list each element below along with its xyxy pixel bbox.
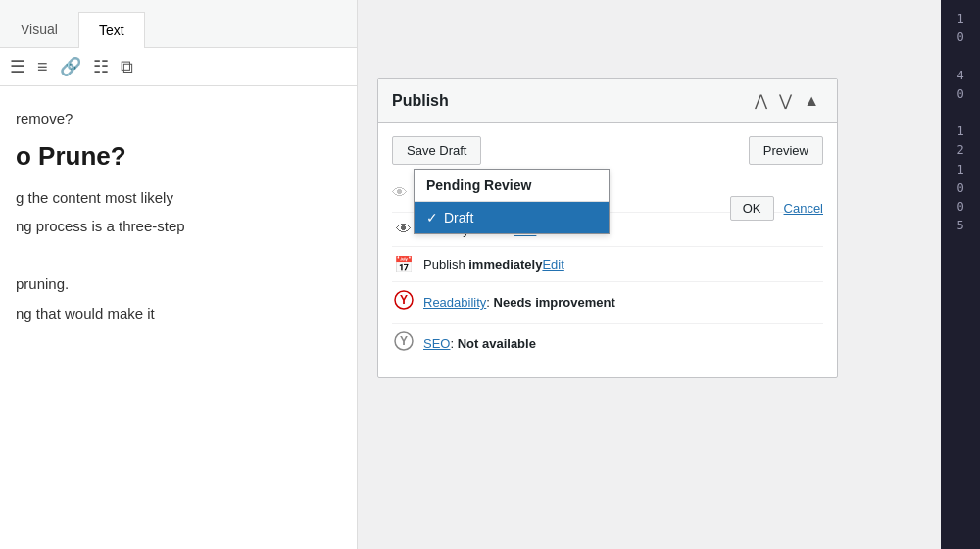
- publish-body: Save Draft Preview 👁 Status: Draft: [378, 123, 837, 377]
- readability-row: Y Readability: Needs improvement: [392, 281, 823, 323]
- editor-toolbar: ☰ ≡ 🔗 ☷ ⧉: [0, 48, 357, 86]
- dropdown-menu: Pending Review ✓ Draft: [414, 169, 610, 234]
- svg-text:Y: Y: [400, 334, 408, 348]
- content-heading: o Prune?: [16, 141, 341, 172]
- dropdown-item-draft[interactable]: ✓ Draft: [415, 202, 609, 233]
- publish-panel: Publish ⋀ ⋁ ▲ Save Draft Preview 👁: [377, 78, 838, 378]
- line-numbers: 1 0 4 0 1 2 1 0 0 5: [941, 8, 980, 237]
- publish-actions: Save Draft Preview: [392, 136, 823, 165]
- readability-icon: Y: [392, 290, 416, 315]
- seo-link[interactable]: SEO: [423, 336, 450, 351]
- dropdown-item-label: Pending Review: [426, 177, 531, 193]
- publish-area: Publish ⋀ ⋁ ▲ Save Draft Preview 👁: [358, 0, 941, 549]
- line-num-4: 4: [956, 67, 963, 85]
- publish-time-row: 📅 Publish immediately Edit: [392, 246, 823, 281]
- svg-text:Y: Y: [400, 293, 408, 307]
- cancel-button[interactable]: Cancel: [784, 201, 823, 216]
- status-icon: 👁: [392, 184, 408, 202]
- line-num-8: 2: [956, 141, 963, 160]
- line-num-7: 1: [956, 123, 963, 141]
- readability-link[interactable]: Readability: [423, 295, 486, 310]
- editor-tabs: Visual Text: [0, 0, 357, 48]
- dropdown-item-pending-review[interactable]: Pending Review: [415, 170, 609, 202]
- checkmark-icon: ✓: [426, 210, 438, 225]
- collapse-up-icon[interactable]: ⋀: [751, 89, 771, 112]
- line-num-10: 0: [956, 179, 963, 198]
- publish-panel-title: Publish: [392, 92, 449, 110]
- content-line-4: [16, 243, 341, 269]
- publish-header-icons: ⋀ ⋁ ▲: [751, 89, 823, 112]
- ok-button[interactable]: OK: [730, 196, 774, 221]
- line-num-5: 0: [956, 85, 963, 104]
- line-num-9: 1: [956, 161, 963, 179]
- calendar-icon: 📅: [392, 255, 416, 274]
- seo-icon: Y: [392, 331, 416, 356]
- columns-icon[interactable]: ☷: [93, 56, 109, 77]
- content-line-6: ng that would make it: [16, 301, 341, 326]
- main-area: Publish ⋀ ⋁ ▲ Save Draft Preview 👁: [358, 0, 980, 549]
- align-left-icon[interactable]: ☰: [10, 56, 25, 77]
- align-center-icon[interactable]: ≡: [37, 57, 48, 77]
- preview-button[interactable]: Preview: [749, 136, 823, 165]
- publish-time-label: Publish immediately: [423, 257, 542, 272]
- editor-panel: Visual Text ☰ ≡ 🔗 ☷ ⧉ remove? o Prune? g…: [0, 0, 358, 549]
- content-line-2: g the content most likely: [16, 185, 341, 211]
- content-line-3: ng process is a three-step: [16, 214, 341, 239]
- seo-row: Y SEO: Not available: [392, 323, 823, 364]
- right-sidebar: 1 0 4 0 1 2 1 0 0 5: [941, 0, 980, 549]
- line-num-1: 1: [956, 10, 963, 28]
- seo-label: SEO: Not available: [423, 336, 536, 351]
- save-draft-button[interactable]: Save Draft: [392, 136, 481, 165]
- publish-edit-link[interactable]: Edit: [542, 257, 564, 272]
- tab-visual[interactable]: Visual: [0, 11, 78, 47]
- status-dropdown: Pending Review ✓ Draft: [414, 169, 610, 234]
- content-line-1: remove?: [16, 106, 341, 131]
- dropdown-item-draft-label: Draft: [444, 210, 473, 225]
- content-line-5: pruning.: [16, 272, 341, 297]
- line-num-6: [956, 104, 963, 123]
- readability-label: Readability: Needs improvement: [423, 295, 615, 310]
- editor-content[interactable]: remove? o Prune? g the content most like…: [0, 86, 357, 549]
- collapse-full-icon[interactable]: ▲: [800, 90, 823, 112]
- line-num-2: 0: [956, 28, 963, 47]
- visibility-icon: 👁: [392, 221, 416, 238]
- line-num-12: 5: [956, 217, 963, 235]
- collapse-down-icon[interactable]: ⋁: [775, 89, 796, 112]
- status-section: 👁 Status: Draft Pending Review ✓: [392, 178, 823, 202]
- line-num-3: [956, 47, 963, 66]
- publish-panel-header: Publish ⋀ ⋁ ▲: [378, 79, 837, 123]
- link-icon[interactable]: 🔗: [60, 56, 81, 77]
- tab-text[interactable]: Text: [78, 12, 145, 48]
- ok-cancel-area: OK Cancel: [730, 196, 823, 221]
- fullscreen-icon[interactable]: ⧉: [121, 57, 133, 77]
- line-num-11: 0: [956, 198, 963, 217]
